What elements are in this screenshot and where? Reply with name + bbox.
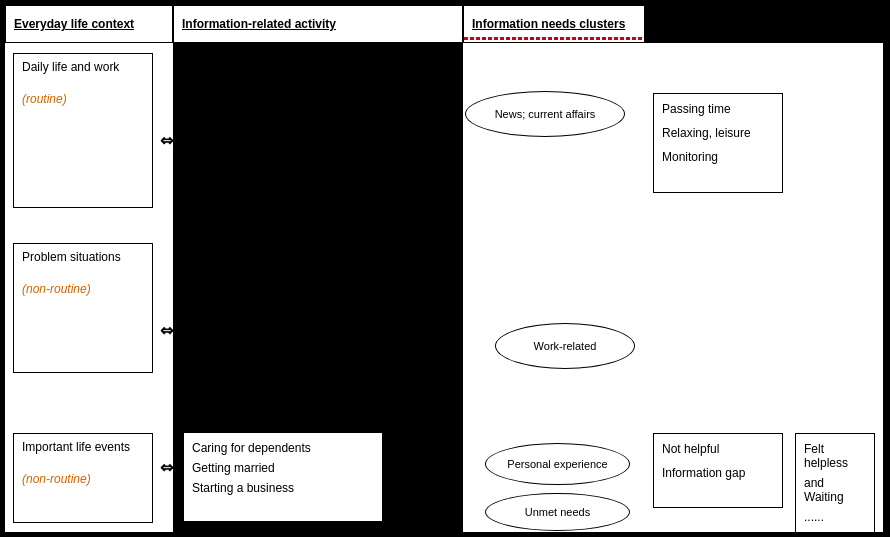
infobox-helpless-line1: Felt helpless	[804, 442, 866, 470]
ellipse-personal-text: Personal experience	[507, 458, 607, 470]
problem-subtitle: (non-routine)	[22, 282, 144, 296]
activity-item-1: Caring for dependents	[192, 441, 374, 455]
infobox-gap-line2: Information gap	[662, 466, 774, 480]
col2-bg: Caring for dependents Getting married St…	[173, 43, 463, 532]
infobox-gap-line1: Not helpful	[662, 442, 774, 456]
daily-life-subtitle: (routine)	[22, 92, 144, 106]
daily-life-box: Daily life and work (routine)	[13, 53, 153, 208]
problem-situations-box: Problem situations (non-routine)	[13, 243, 153, 373]
ellipse-work: Work-related	[495, 323, 635, 369]
problem-title: Problem situations	[22, 250, 144, 264]
events-subtitle: (non-routine)	[22, 472, 144, 486]
col2-header-text: Information-related activity	[182, 17, 336, 31]
activity-item-2: Getting married	[192, 461, 374, 475]
infobox-leisure-line1: Passing time	[662, 102, 774, 116]
col4-header	[645, 5, 883, 43]
life-events-box: Important life events (non-routine)	[13, 433, 153, 523]
infobox-gap: Not helpful Information gap	[653, 433, 783, 508]
ellipse-personal: Personal experience	[485, 443, 630, 485]
infobox-helpless-line2: and Waiting	[804, 476, 866, 504]
ellipse-news-text: News; current affairs	[495, 108, 596, 120]
activity-item-3: Starting a business	[192, 481, 374, 495]
infobox-leisure-line2: Relaxing, leisure	[662, 126, 774, 140]
activity-events-box: Caring for dependents Getting married St…	[183, 432, 383, 522]
header-row: Everyday life context Information-relate…	[5, 5, 883, 43]
red-wavy-underline	[464, 37, 644, 40]
vert-arrow-up-mid: ↑	[845, 323, 854, 373]
ellipse-work-text: Work-related	[534, 340, 597, 352]
arrow-daily: ⇔	[160, 131, 173, 150]
col1-header: Everyday life context	[5, 5, 173, 43]
daily-life-title: Daily life and work	[22, 60, 144, 74]
col2-header: Information-related activity	[173, 5, 463, 43]
vert-arrow-down: ↓	[845, 213, 854, 263]
ellipse-news: News; current affairs	[465, 91, 625, 137]
events-title: Important life events	[22, 440, 144, 454]
col3-header: Information needs clusters	[463, 5, 645, 43]
infobox-leisure: Passing time Relaxing, leisure Monitorin…	[653, 93, 783, 193]
arrow-problem: ⇔	[160, 321, 173, 340]
col1-header-text: Everyday life context	[14, 17, 134, 31]
main-container: Everyday life context Information-relate…	[0, 0, 890, 537]
body-area: Daily life and work (routine) ⇔ Problem …	[5, 43, 883, 532]
col3-header-text: Information needs clusters	[472, 17, 625, 31]
arrow-events: ⇔	[160, 458, 173, 477]
infobox-leisure-line3: Monitoring	[662, 150, 774, 164]
ellipse-unmet: Unmet needs	[485, 493, 630, 531]
vert-arrow-up-bot: ↑	[845, 398, 854, 438]
ellipse-unmet-text: Unmet needs	[525, 506, 590, 518]
col1-content: Daily life and work (routine) ⇔ Problem …	[5, 43, 173, 532]
content-area: Everyday life context Information-relate…	[5, 5, 883, 532]
infobox-helpless-line3: ......	[804, 510, 866, 524]
infobox-helpless: Felt helpless and Waiting ......	[795, 433, 875, 533]
